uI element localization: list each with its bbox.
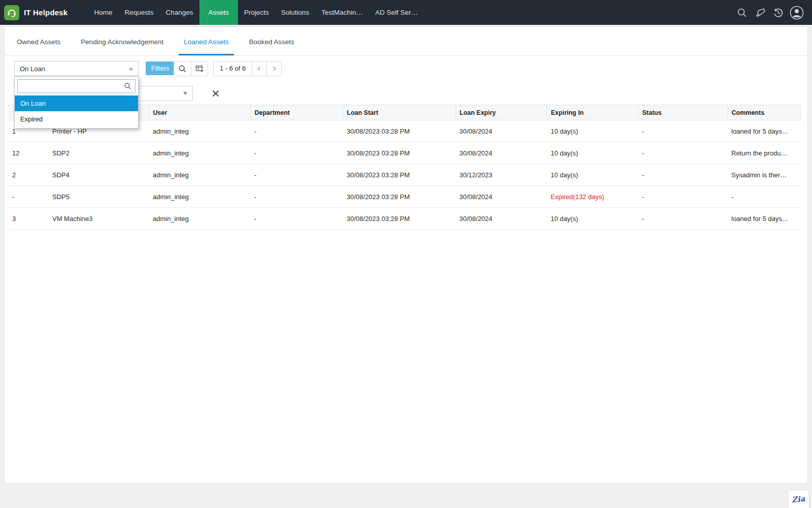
zia-assistant-button[interactable]: Zia <box>788 490 809 508</box>
cell-comments: loaned for 5 days… <box>727 120 800 142</box>
table-row[interactable]: 2SDP4admin_integ-30/08/2023 03:28 PM30/1… <box>8 164 800 186</box>
cell-col-2: SDP4 <box>48 164 149 186</box>
table-row[interactable]: 12SDP2admin_integ-30/08/2023 03:28 PM30/… <box>8 142 800 164</box>
cell-col-1: - <box>8 186 48 208</box>
cell-loan-start: 30/08/2023 03:28 PM <box>343 208 455 230</box>
chevron-up-icon <box>129 67 133 70</box>
cell-user: admin_integ <box>149 186 250 208</box>
chevron-down-icon <box>183 92 187 95</box>
pagination-label: 1 - 6 of 6 <box>214 61 252 76</box>
cell-col-2: SDP2 <box>48 142 149 164</box>
cell-department: - <box>250 186 343 208</box>
nav-actions <box>735 6 812 20</box>
table-tools <box>174 61 208 76</box>
cell-col-1: 2 <box>8 164 48 186</box>
app-title: IT Helpdesk <box>24 8 67 17</box>
column-header-user[interactable]: User <box>149 105 250 120</box>
cell-department: - <box>250 164 343 186</box>
tab-pending-acknowledgement[interactable]: Pending Acknowledgement <box>76 27 168 55</box>
cell-loan-start: 30/08/2023 03:28 PM <box>343 186 455 208</box>
view-select-value: On Loan <box>20 65 45 73</box>
cell-expiring-in: 10 day(s) <box>547 208 638 230</box>
cell-col-1: 12 <box>8 142 48 164</box>
column-header-status[interactable]: Status <box>638 105 727 120</box>
nav-item-solutions[interactable]: Solutions <box>275 0 316 25</box>
cell-comments: Sysadmin is ther… <box>727 164 800 186</box>
dropdown-options: On LoanExpired <box>15 96 138 128</box>
tab-booked-assets[interactable]: Booked Assets <box>244 27 299 55</box>
cell-comments: - <box>727 186 800 208</box>
nav-item-testmachin[interactable]: TestMachin… <box>315 0 369 25</box>
pagination: 1 - 6 of 6 <box>213 61 282 76</box>
asset-tabs: Owned AssetsPending AcknowledgementLoane… <box>5 27 807 56</box>
cell-loan-start: 30/08/2023 03:28 PM <box>343 120 455 142</box>
cell-user: admin_integ <box>149 142 250 164</box>
cell-department: - <box>250 142 343 164</box>
filters-button[interactable]: Filters <box>146 61 175 75</box>
cell-comments: loaned for 5 days… <box>727 208 800 230</box>
cell-status: - <box>638 164 727 186</box>
cell-expiring-in: Expired(132 days) <box>547 186 638 208</box>
column-header-loan-expiry[interactable]: Loan Expiry <box>455 105 547 120</box>
column-chooser-icon[interactable] <box>191 61 208 76</box>
cell-loan-expiry: 30/08/2024 <box>455 142 547 164</box>
column-header-expiring-in[interactable]: Expiring In <box>547 105 638 120</box>
tab-loaned-assets[interactable]: Loaned Assets <box>179 27 234 55</box>
nav-item-requests[interactable]: Requests <box>118 0 159 25</box>
cell-col-1: 3 <box>8 208 48 230</box>
dropdown-search <box>17 79 136 93</box>
nav-item-changes[interactable]: Changes <box>159 0 199 25</box>
cell-user: admin_integ <box>149 208 250 230</box>
prev-page-button[interactable] <box>252 61 266 76</box>
view-select[interactable]: On Loan <box>14 61 139 76</box>
cell-expiring-in: 10 day(s) <box>547 120 638 142</box>
brand: IT Helpdesk <box>0 5 67 20</box>
cell-loan-expiry: 30/08/2024 <box>455 120 547 142</box>
cell-loan-expiry: 30/08/2024 <box>455 186 547 208</box>
next-page-button[interactable] <box>266 61 281 76</box>
nav-item-assets[interactable]: Assets <box>199 0 239 25</box>
cell-status: - <box>638 186 727 208</box>
top-nav: IT Helpdesk HomeRequestsChangesAssetsPro… <box>0 0 812 25</box>
tab-owned-assets[interactable]: Owned Assets <box>12 27 65 55</box>
nav-item-ad-self-ser[interactable]: AD Self Ser… <box>369 0 424 25</box>
dropdown-search-input[interactable] <box>17 79 136 93</box>
dropdown-option-on-loan[interactable]: On Loan <box>15 96 138 111</box>
cell-loan-start: 30/08/2023 03:28 PM <box>343 164 455 186</box>
main-panel: Owned AssetsPending AcknowledgementLoane… <box>4 26 808 484</box>
view-select-dropdown: On LoanExpired <box>14 76 139 129</box>
nav-menu: HomeRequestsChangesAssetsProjectsSolutio… <box>88 0 424 25</box>
cell-user: admin_integ <box>149 120 250 142</box>
dropdown-search-icon <box>123 82 132 90</box>
cell-department: - <box>250 208 343 230</box>
dropdown-option-expired[interactable]: Expired <box>15 111 138 127</box>
table-row[interactable]: 3VM Machine3admin_integ-30/08/2023 03:28… <box>8 208 800 230</box>
table-search-icon[interactable] <box>174 61 191 76</box>
cell-loan-expiry: 30/12/2023 <box>455 164 547 186</box>
cell-col-2: SDP5 <box>48 186 149 208</box>
history-icon[interactable] <box>771 6 786 20</box>
close-filter-icon[interactable] <box>211 89 220 98</box>
cell-user: admin_integ <box>149 164 250 186</box>
cell-department: - <box>250 120 343 142</box>
column-header-loan-start[interactable]: Loan Start <box>343 105 455 120</box>
app-logo-icon[interactable] <box>4 5 19 20</box>
cell-status: - <box>638 120 727 142</box>
cell-status: - <box>638 142 727 164</box>
cell-expiring-in: 10 day(s) <box>547 142 638 164</box>
column-header-comments[interactable]: Comments <box>727 105 800 120</box>
cell-col-2: VM Machine3 <box>48 208 149 230</box>
zia-logo: Zia <box>791 494 805 504</box>
column-header-department[interactable]: Department <box>250 105 343 120</box>
search-icon[interactable] <box>735 6 749 20</box>
nav-item-home[interactable]: Home <box>88 0 118 25</box>
cell-status: - <box>638 208 727 230</box>
avatar[interactable] <box>790 6 804 20</box>
cell-comments: Return the produ… <box>727 142 800 164</box>
cell-loan-start: 30/08/2023 03:28 PM <box>343 142 455 164</box>
table-row[interactable]: -SDP5admin_integ-30/08/2023 03:28 PM30/0… <box>8 186 800 208</box>
quick-add-icon[interactable] <box>753 6 767 20</box>
nav-item-projects[interactable]: Projects <box>238 0 275 25</box>
cell-loan-expiry: 30/08/2024 <box>455 208 547 230</box>
cell-expiring-in: 10 day(s) <box>547 164 638 186</box>
